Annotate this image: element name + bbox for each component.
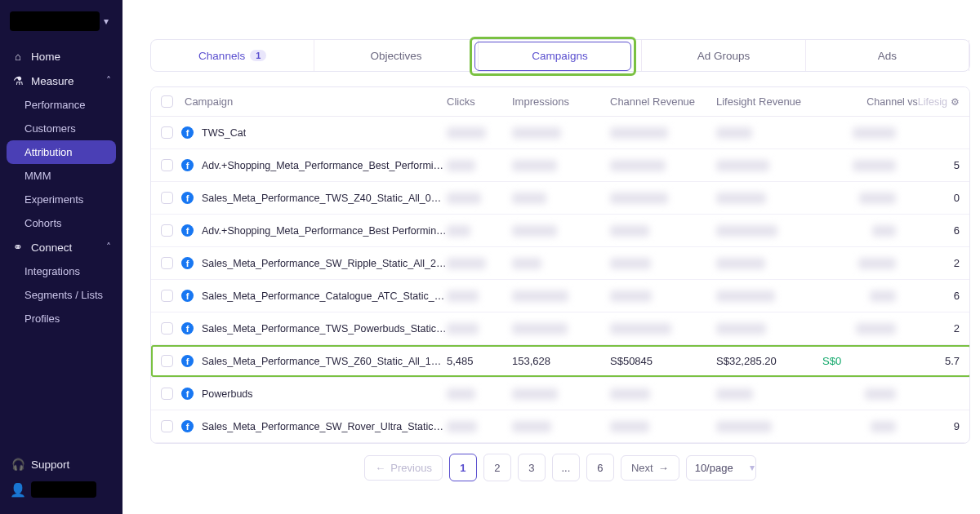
- next-label: Next: [631, 462, 653, 474]
- th-lifesight-revenue[interactable]: Lifesight Revenue: [716, 95, 822, 108]
- th-channel-vs[interactable]: Channel vs Lifesig⚙: [822, 96, 960, 108]
- campaign-name: Sales_Meta_Performance_Catalogue_ATC_Sta…: [202, 290, 447, 302]
- page-1[interactable]: 1: [449, 454, 477, 481]
- page-2[interactable]: 2: [483, 454, 511, 481]
- th-impressions[interactable]: Impressions: [512, 95, 610, 108]
- nav-segments[interactable]: Segments / Lists: [0, 283, 122, 307]
- th-clicks[interactable]: Clicks: [447, 95, 512, 108]
- per-page-select[interactable]: 10/page▾: [686, 455, 756, 481]
- cell-blurred: [822, 388, 896, 400]
- campaign-name: TWS_Cat: [202, 127, 246, 139]
- nav-mmm[interactable]: MMM: [0, 164, 122, 188]
- campaigns-table: Campaign Clicks Impressions Channel Reve…: [150, 86, 970, 444]
- cell-blurred: [822, 258, 896, 269]
- table-row[interactable]: fSales_Meta_Performance_TWS_Z60_Static_A…: [151, 345, 969, 378]
- facebook-icon: f: [181, 224, 194, 237]
- nav-performance[interactable]: Performance: [0, 93, 122, 117]
- row-checkbox[interactable]: [161, 290, 173, 302]
- arrow-right-icon: →: [658, 462, 669, 474]
- cell-blurred: [512, 225, 610, 237]
- nav-home-label: Home: [31, 51, 60, 63]
- row-checkbox[interactable]: [161, 192, 173, 204]
- facebook-icon: f: [181, 322, 194, 335]
- table-row[interactable]: fSales_Meta_Performance_SW_Ripple_Static…: [151, 247, 969, 280]
- row-checkbox[interactable]: [161, 388, 173, 400]
- nav-experiments[interactable]: Experiments: [0, 188, 122, 211]
- row-checkbox[interactable]: [161, 355, 173, 367]
- nav-connect-label: Connect: [31, 241, 72, 254]
- tab-campaigns[interactable]: Campaigns: [479, 40, 642, 71]
- tab-ads[interactable]: Ads: [806, 40, 969, 71]
- tab-label: Channels: [198, 50, 245, 62]
- tab-objectives[interactable]: Objectives: [314, 40, 478, 71]
- table-row[interactable]: fAdv.+Shopping_Meta_Performance_Best_Per…: [151, 149, 969, 182]
- page-3[interactable]: 3: [518, 454, 546, 481]
- campaign-name: Sales_Meta_Performance_TWS_Z40_Static_Al…: [202, 193, 447, 204]
- nav-sub-label: Integrations: [24, 265, 80, 277]
- user-row[interactable]: 👤: [0, 476, 122, 503]
- page-ellipsis[interactable]: ...: [552, 454, 580, 481]
- table-row[interactable]: fAdv.+Shopping_Meta_Performance_Best Per…: [151, 215, 969, 247]
- next-button[interactable]: Next→: [621, 455, 679, 481]
- cell-blurred: [822, 421, 896, 432]
- row-checkbox[interactable]: [161, 224, 173, 237]
- row-checkbox[interactable]: [161, 126, 173, 139]
- cell-blurred: [610, 193, 716, 204]
- cell-blurred: [716, 193, 822, 204]
- cell-blurred: [716, 323, 822, 335]
- select-all-checkbox[interactable]: [161, 95, 173, 108]
- nav-customers[interactable]: Customers: [0, 117, 122, 140]
- cell-impressions: 153,628: [512, 355, 610, 367]
- table-row[interactable]: fTWS_Cat: [151, 117, 969, 149]
- tab-adgroups[interactable]: Ad Groups: [642, 40, 805, 71]
- th-campaign[interactable]: Campaign: [185, 95, 233, 108]
- tab-label: Ad Groups: [697, 50, 751, 62]
- row-checkbox[interactable]: [161, 420, 173, 432]
- row-checkbox[interactable]: [161, 322, 173, 335]
- cell-channel-vs: 6: [896, 290, 960, 302]
- th-channel-revenue[interactable]: Channel Revenue: [610, 95, 716, 108]
- table-row[interactable]: fPowerbuds: [151, 378, 969, 410]
- gear-icon[interactable]: ⚙: [951, 96, 960, 108]
- tab-channels[interactable]: Channels 1: [151, 40, 314, 71]
- cell-blurred: [822, 225, 896, 237]
- table-row[interactable]: fSales_Meta_Performance_TWS_Z40_Static_A…: [151, 182, 969, 215]
- arrow-left-icon: ←: [375, 462, 385, 474]
- main: Channels 1 Objectives Campaigns Ad Group…: [122, 0, 980, 514]
- nav-integrations[interactable]: Integrations: [0, 259, 122, 283]
- campaign-name: Sales_Meta_Performance_SW_Rover_Ultra_St…: [202, 421, 447, 432]
- page-6[interactable]: 6: [586, 454, 614, 481]
- campaign-name: Sales_Meta_Performance_TWS_Z60_Static_Al…: [202, 356, 447, 367]
- th-text: Channel vs: [866, 96, 918, 108]
- nav-support[interactable]: 🎧Support: [0, 452, 122, 476]
- sidebar: ▾ ⌂Home ⚗Measure ˄ Performance Customers…: [0, 0, 122, 514]
- cell-lifesight-revenue: S$32,285.20: [716, 355, 822, 367]
- facebook-icon: f: [181, 420, 194, 432]
- tab-label: Ads: [878, 50, 897, 62]
- cell-blurred: [716, 225, 822, 237]
- prev-button[interactable]: ←Previous: [364, 455, 443, 481]
- table-row[interactable]: fSales_Meta_Performance_Catalogue_ATC_St…: [151, 280, 969, 312]
- cell-blurred: [610, 225, 716, 237]
- cell-channel-revenue: S$50845: [610, 355, 716, 367]
- facebook-icon: f: [181, 355, 194, 367]
- nav-sub-label: Customers: [24, 122, 76, 135]
- nav-home[interactable]: ⌂Home: [0, 44, 122, 69]
- row-checkbox[interactable]: [161, 257, 173, 269]
- cell-blurred: [610, 388, 716, 400]
- table-row[interactable]: fSales_Meta_Performance_TWS_Powerbuds_St…: [151, 312, 969, 345]
- nav-measure[interactable]: ⚗Measure ˄: [0, 69, 122, 93]
- cell-channel-vs: 5: [896, 159, 960, 171]
- nav-cohorts[interactable]: Cohorts: [0, 211, 122, 235]
- facebook-icon: f: [181, 388, 194, 400]
- chevron-down-icon[interactable]: ▾: [100, 15, 113, 28]
- nav-attribution[interactable]: Attribution: [7, 140, 116, 164]
- table-row[interactable]: fSales_Meta_Performance_SW_Rover_Ultra_S…: [151, 410, 969, 443]
- campaign-name: Adv.+Shopping_Meta_Performance_Best_Perf…: [202, 160, 447, 171]
- row-checkbox[interactable]: [161, 159, 173, 171]
- nav-connect[interactable]: ⚭Connect ˄: [0, 235, 122, 259]
- cell-channel-vs: 5.7: [896, 355, 960, 367]
- nav-support-label: Support: [31, 459, 69, 471]
- nav-profiles[interactable]: Profiles: [0, 307, 122, 330]
- cell-blurred: [447, 160, 512, 171]
